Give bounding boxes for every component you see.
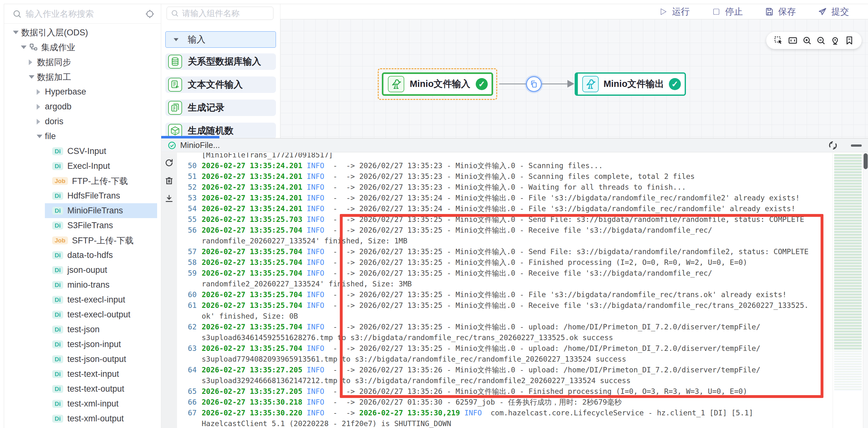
minimize-panel-icon[interactable] xyxy=(851,145,862,147)
component-search-placeholder[interactable]: 请输入组件名称 xyxy=(182,8,240,19)
submit-button[interactable]: 提交 xyxy=(818,6,849,18)
type-badge: Job xyxy=(52,237,68,244)
caret-down-icon[interactable] xyxy=(37,135,45,138)
node-minio-output[interactable]: Minio文件输出 ✓ xyxy=(575,72,686,96)
tree-item-label: data-to-hdfs xyxy=(67,250,113,260)
caret-right-icon[interactable] xyxy=(29,59,37,65)
log-seg-ts: 2026-02-27 13:35:25.704 xyxy=(202,246,303,257)
log-line-number: 54 xyxy=(180,203,196,214)
tree-item-12[interactable]: DiMinioFileTrans xyxy=(4,203,161,218)
caret-down-icon[interactable] xyxy=(29,75,37,79)
tree-item-16[interactable]: Dijson-ouput xyxy=(4,263,161,278)
marquee-select-icon[interactable] xyxy=(774,36,783,45)
log-output[interactable]: [MinioFileTrans_1772170918517]502026-02-… xyxy=(177,153,833,428)
tree-item-5[interactable]: argodb xyxy=(4,99,161,114)
caret-right-icon[interactable] xyxy=(37,104,45,110)
tree-item-0[interactable]: 数据引入层(ODS) xyxy=(4,25,161,40)
component-item-2[interactable]: 生成记录 xyxy=(165,99,276,116)
tree-item-14[interactable]: JobSFTP-上传-下载 xyxy=(4,233,161,248)
node-minio-input[interactable]: Minio文件输入 ✓ xyxy=(382,72,493,96)
horizontal-scrollbar[interactable] xyxy=(161,136,219,139)
tree-item-7[interactable]: file xyxy=(4,129,161,144)
component-section-input[interactable]: 输入 xyxy=(165,31,276,48)
log-seg-lvl: INFO xyxy=(303,300,324,311)
tree-item-label: 数据同步 xyxy=(37,57,71,68)
tree-item-label: test-xml-output xyxy=(67,414,124,424)
tree-item-9[interactable]: DiExecl-Input xyxy=(4,159,161,174)
tree-item-24[interactable]: Ditest-text-output xyxy=(4,381,161,396)
locate-node-icon[interactable] xyxy=(145,9,155,19)
auto-refresh-icon[interactable] xyxy=(828,141,838,150)
tree-item-26[interactable]: Ditest-xml-output xyxy=(4,411,161,426)
locate-icon[interactable] xyxy=(830,36,840,45)
stop-button[interactable]: 停止 xyxy=(712,6,743,18)
log-seg-msg: - -> 2026/02/27 13:35:25 - Minio文件输入.0 -… xyxy=(324,246,809,257)
caret-right-icon[interactable] xyxy=(37,119,45,125)
tree-item-21[interactable]: Ditest-json-input xyxy=(4,337,161,352)
tree-item-25[interactable]: Ditest-xml-input xyxy=(4,396,161,411)
tree-item-label: S3FileTrans xyxy=(67,221,113,231)
type-badge: Di xyxy=(52,296,63,304)
tree-item-2[interactable]: 数据同步 xyxy=(4,55,161,69)
refresh-log-icon[interactable] xyxy=(164,158,174,168)
vertical-scrollbar[interactable] xyxy=(863,153,868,428)
tree-item-label: test-execl-output xyxy=(67,310,130,319)
job-search-bar[interactable]: 输入作业名称搜索 xyxy=(4,4,161,24)
component-item-1[interactable]: 文本文件输入 xyxy=(165,77,276,93)
log-toolbar xyxy=(161,153,177,428)
component-item-label: 生成随机数 xyxy=(188,125,234,137)
type-badge: Di xyxy=(52,355,63,363)
component-search-bar[interactable]: 请输入组件名称 xyxy=(166,7,273,20)
tree-item-17[interactable]: Diminio-trans xyxy=(4,278,161,293)
log-seg-msg: HazelcastClient 5.1 (20220228 - 21f20e7)… xyxy=(202,418,451,428)
caret-down-icon[interactable] xyxy=(13,31,21,34)
actual-size-icon[interactable] xyxy=(788,36,798,45)
zoom-out-icon[interactable] xyxy=(816,36,826,45)
tree-item-19[interactable]: Ditest-execl-output xyxy=(4,307,161,322)
bookmark-icon[interactable] xyxy=(845,36,854,45)
log-seg-ts: 2026-02-27 13:35:24.201 xyxy=(202,182,303,192)
tree-item-15[interactable]: Didata-to-hdfs xyxy=(4,248,161,263)
log-line-number xyxy=(180,418,196,428)
tree-item-label: minio-trans xyxy=(67,280,110,290)
log-line-57: 572026-02-27 13:35:25.704 INFO - -> 2026… xyxy=(180,246,833,257)
scrollbar-thumb[interactable] xyxy=(864,153,868,169)
copy-files-icon[interactable] xyxy=(526,76,542,92)
tree-item-4[interactable]: Hyperbase xyxy=(4,84,161,99)
log-line-number xyxy=(180,332,196,343)
caret-right-icon[interactable] xyxy=(37,89,45,95)
type-badge: Di xyxy=(52,340,63,348)
component-item-0[interactable]: 关系型数据库输入 xyxy=(165,54,276,70)
tree-item-3[interactable]: 数据加工 xyxy=(4,69,161,84)
type-badge: Job xyxy=(52,177,68,185)
log-line-67: 672026-02-27 13:35:30.220 INFO - -> 2026… xyxy=(180,407,833,418)
canvas-grid[interactable]: Minio文件输入 ✓ Minio文件输出 ✓ xyxy=(280,19,868,139)
log-seg-msg: - -> 2026/02/27 13:35:25 - Minio文件输入.0 -… xyxy=(324,257,747,268)
caret-down-icon[interactable] xyxy=(21,45,29,49)
log-line-number: 64 xyxy=(180,364,196,375)
zoom-in-icon[interactable] xyxy=(802,36,812,45)
save-button[interactable]: 保存 xyxy=(765,6,796,18)
log-tab-miniofile[interactable]: MinioFile... xyxy=(167,140,220,150)
log-seg-ts: 2026-02-27 13:35:25.703 xyxy=(202,214,303,225)
tree-item-13[interactable]: DiS3FileTrans xyxy=(4,218,161,233)
tree-item-6[interactable]: doris xyxy=(4,114,161,129)
log-minimap[interactable] xyxy=(833,153,863,428)
toolbar-button-label: 运行 xyxy=(672,6,690,18)
tree-item-23[interactable]: Ditest-text-input xyxy=(4,367,161,381)
tree-item-1[interactable]: 集成作业 xyxy=(4,40,161,55)
tree-item-22[interactable]: Ditest-json-output xyxy=(4,352,161,367)
tree-item-11[interactable]: DiHdfsFileTrans xyxy=(4,188,161,203)
play-button[interactable]: 运行 xyxy=(659,6,690,18)
bird-icon xyxy=(582,76,599,92)
tree-item-18[interactable]: Ditest-execl-input xyxy=(4,293,161,307)
tree-item-20[interactable]: Ditest-json xyxy=(4,322,161,337)
clear-log-icon[interactable] xyxy=(164,176,174,186)
download-log-icon[interactable] xyxy=(164,194,174,203)
tree-item-8[interactable]: DiCSV-Input xyxy=(4,144,161,159)
job-search-placeholder[interactable]: 输入作业名称搜索 xyxy=(26,8,145,20)
node-label: Minio文件输出 xyxy=(599,78,669,90)
log-line-wrap: HazelcastClient 5.1 (20220228 - 21f20e7)… xyxy=(180,418,833,428)
tree-item-label: test-json-output xyxy=(67,354,126,364)
tree-item-10[interactable]: JobFTP-上传-下载 xyxy=(4,174,161,188)
